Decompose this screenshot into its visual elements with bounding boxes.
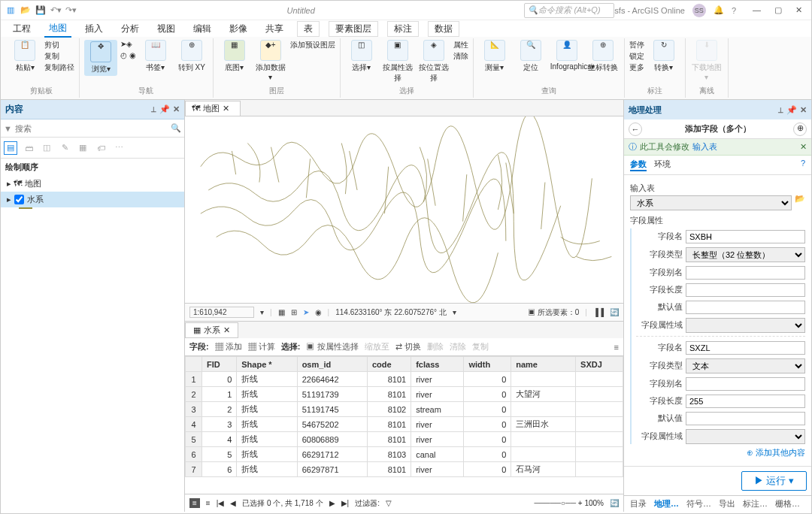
scale-dropdown-icon[interactable]: ▾ — [260, 308, 264, 316]
pane-autohide-icon[interactable]: ⟂ — [151, 104, 156, 114]
explore-button[interactable]: ✥浏览▾ — [84, 40, 117, 76]
toc-more-icon[interactable]: ⋯ — [112, 141, 126, 155]
prev-icon[interactable]: ◀ — [230, 499, 236, 507]
status-icon1[interactable]: ▦ — [278, 308, 285, 316]
basemap-button[interactable]: ▦底图▾ — [218, 40, 251, 73]
gp-add-more[interactable]: ⊕ 添加其他内容 — [630, 444, 805, 461]
pane-pin-icon[interactable]: 📌 — [159, 104, 170, 114]
notifications-icon[interactable]: 🔔 — [714, 5, 724, 15]
toc-source-icon[interactable]: 🗃 — [22, 141, 35, 155]
copypath-button[interactable]: 复制路径 — [44, 62, 74, 73]
infographics-button[interactable]: 👤Infographics▾ — [550, 40, 583, 71]
btab-label[interactable]: 标注… — [743, 498, 768, 509]
run-button[interactable]: ▶ 运行 ▾ — [741, 471, 807, 491]
view-all-icon[interactable]: ≡ — [189, 498, 200, 508]
table-row[interactable]: 54折线60806889 8101river0 — [186, 432, 623, 447]
account-label[interactable]: sfs - ArcGIS Online — [614, 6, 685, 15]
pause-draw-icon[interactable]: ▐▐ — [593, 308, 604, 316]
tbl-switch-button[interactable]: ⇄ 切换 — [395, 341, 421, 352]
attr-tab[interactable]: ▦ 水系 ✕ — [185, 322, 238, 338]
layer-symbol[interactable] — [19, 207, 32, 209]
bookmarks-button[interactable]: 📖书签▾ — [139, 40, 172, 73]
col-FID[interactable]: FID — [202, 357, 237, 372]
tab-imagery[interactable]: 影像 — [225, 21, 252, 37]
status-icon4[interactable]: ◉ — [315, 308, 322, 316]
attributes-button[interactable]: 属性 — [453, 40, 468, 50]
gp-fielddomain-0[interactable] — [686, 318, 805, 333]
contents-search[interactable] — [15, 124, 168, 133]
btab-symbol[interactable]: 符号… — [686, 498, 711, 509]
table-row[interactable]: 43折线54675202 8101river0三洲田水 — [186, 417, 623, 432]
gp-fieldalias-0[interactable] — [686, 266, 805, 280]
select-button[interactable]: ◫选择▾ — [345, 40, 378, 73]
gp-warn-link[interactable]: 输入表 — [692, 141, 717, 153]
locklabel-button[interactable]: 锁定 — [629, 51, 644, 62]
toc-label-icon[interactable]: 🏷 — [94, 141, 108, 155]
attribute-table[interactable]: FIDShape *osm_idcodefclasswidthnameSXDJ … — [185, 356, 623, 494]
layer-toggle[interactable] — [14, 195, 24, 204]
selbyloc-button[interactable]: ◈按位置选择 — [417, 40, 450, 83]
toc-draworder-icon[interactable]: ▤ — [4, 141, 17, 155]
last-icon[interactable]: ▶| — [341, 499, 350, 507]
gp-fieldlen-0[interactable] — [686, 283, 805, 297]
tbl-selbyattr-button[interactable]: ▣ 按属性选择 — [306, 341, 358, 352]
gp-fieldtype-0[interactable]: 长整型（32 位整数） — [686, 247, 805, 262]
close-icon[interactable]: ✕ — [795, 5, 802, 15]
tab-analysis[interactable]: 分析 — [117, 21, 144, 37]
status-icon2[interactable]: ⊞ — [291, 308, 297, 316]
qat-redo-icon[interactable]: ↷▾ — [64, 4, 77, 17]
status-icon3[interactable]: ➤ — [303, 308, 309, 316]
clearselect-button[interactable]: 清除 — [453, 51, 468, 62]
gp-help-icon[interactable]: ? — [801, 159, 805, 171]
btab-catalog[interactable]: 目录 — [630, 498, 647, 509]
pane-close-icon[interactable]: ✕ — [173, 104, 180, 114]
copy-button[interactable]: 复制 — [44, 51, 74, 62]
col-Shape *[interactable]: Shape * — [237, 357, 297, 372]
filter-tool-icon[interactable]: ▽ — [386, 499, 392, 507]
goto-xy-button[interactable]: ⊕转到 XY — [175, 40, 208, 73]
toc-snap-icon[interactable]: ▦ — [76, 141, 89, 155]
col-SXDJ[interactable]: SXDJ — [576, 357, 623, 372]
minimize-icon[interactable]: — — [753, 5, 761, 15]
gp-fieldtype-1[interactable]: 文本 — [686, 358, 805, 373]
browse-icon[interactable]: 📂 — [795, 194, 805, 210]
qat-new-icon[interactable]: ▥ — [4, 4, 17, 17]
gp-fielddef-0[interactable] — [686, 301, 805, 314]
addpreset-button[interactable]: 添加预设图层 — [290, 40, 335, 50]
tab-labeling[interactable]: 标注 — [387, 21, 419, 37]
tbl-menu-icon[interactable]: ≡ — [614, 343, 619, 352]
scale-input[interactable]: 1:610,942 — [189, 307, 254, 318]
tab-table[interactable]: 表 — [297, 21, 320, 37]
qat-open-icon[interactable]: 📂 — [19, 4, 32, 17]
toc-layer-水系[interactable]: ▸ 水系 — [1, 192, 184, 207]
gp-fieldname-0[interactable] — [686, 230, 805, 243]
table-row[interactable]: 21折线51191739 8101river0大望河 — [186, 387, 623, 402]
col-name[interactable]: name — [511, 357, 576, 372]
user-avatar[interactable]: SS — [692, 4, 706, 17]
gp-back-icon[interactable]: ← — [629, 122, 642, 136]
tab-map[interactable]: 地图 — [44, 20, 71, 38]
toc-map[interactable]: ▸ 🗺 地图 — [1, 176, 184, 192]
paste-button[interactable]: 📋粘贴▾ — [8, 40, 41, 73]
tab-data[interactable]: 数据 — [428, 21, 459, 37]
gp-input-table[interactable]: 水系 — [630, 195, 792, 210]
morelabel-button[interactable]: 更多 — [629, 62, 644, 73]
first-icon[interactable]: |◀ — [217, 499, 225, 507]
search-icon[interactable]: 🔍 — [171, 123, 181, 133]
adddata-button[interactable]: ◆+添加数据▾ — [254, 40, 287, 81]
cut-button[interactable]: 剪切 — [44, 40, 74, 50]
col-osm_id[interactable]: osm_id — [297, 357, 367, 372]
gp-add-icon[interactable]: ⊕ — [793, 122, 807, 136]
table-row[interactable]: 76折线66297871 8101river0石马河 — [186, 462, 623, 477]
gp-fieldname-1[interactable] — [686, 341, 805, 355]
gp-fielddomain-1[interactable] — [686, 429, 805, 444]
refresh-icon[interactable]: 🔄 — [610, 308, 619, 316]
col-code[interactable]: code — [367, 357, 411, 372]
gp-fieldlen-1[interactable] — [686, 395, 805, 408]
table-row[interactable]: 65折线66291712 8103canal0 — [186, 447, 623, 462]
filter-icon[interactable]: ▼ — [4, 124, 12, 133]
gp-fielddef-1[interactable] — [686, 412, 805, 425]
locate-button[interactable]: 🔍定位 — [514, 40, 547, 73]
nav-tool-icon[interactable]: ➤◈ — [120, 40, 136, 48]
pauselabel-button[interactable]: 暂停 — [629, 40, 644, 50]
